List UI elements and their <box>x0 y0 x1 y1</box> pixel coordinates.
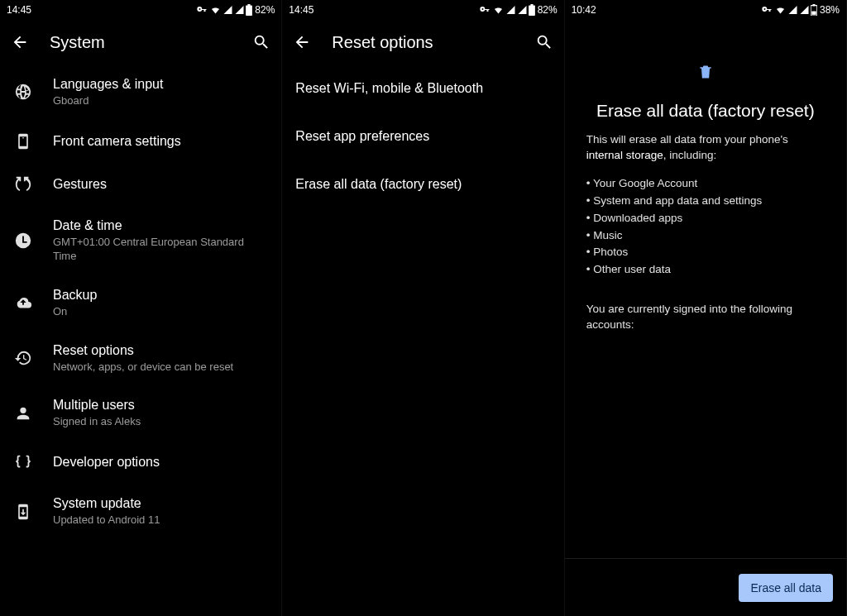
phone-camera-icon <box>13 131 33 151</box>
row-system-update[interactable]: System update Updated to Android 11 <box>0 484 281 539</box>
svg-rect-5 <box>812 4 815 6</box>
row-title: Backup <box>53 287 268 303</box>
reset-list: Reset Wi-Fi, mobile & Bluetooth Reset ap… <box>282 64 563 616</box>
bullet-item: Photos <box>586 244 825 261</box>
bullet-item: Downloaded apps <box>586 210 825 227</box>
user-icon <box>13 404 33 423</box>
signal-icon <box>223 5 233 15</box>
erase-description: This will erase all data from your phone… <box>586 132 825 164</box>
erase-all-data-button[interactable]: Erase all data <box>739 574 833 602</box>
row-developer-options[interactable]: Developer options <box>0 441 281 484</box>
row-languages-input[interactable]: Languages & input Gboard <box>0 64 281 120</box>
wifi-icon <box>209 5 222 15</box>
vpn-key-icon <box>760 5 773 15</box>
signal-icon <box>505 5 516 15</box>
action-bar: Erase all data <box>565 558 846 616</box>
back-icon[interactable] <box>292 32 312 52</box>
cloud-upload-icon <box>13 293 33 313</box>
row-title: Front camera settings <box>53 133 268 150</box>
battery-icon <box>811 4 817 16</box>
row-sub: Gboard <box>53 94 268 108</box>
row-title: System update <box>53 495 268 512</box>
row-date-time[interactable]: Date & time GMT+01:00 Central European S… <box>0 206 281 275</box>
status-time: 14:45 <box>289 4 313 16</box>
svg-rect-2 <box>529 6 535 16</box>
signal-icon-2 <box>799 5 810 15</box>
signal-icon-2 <box>234 5 245 15</box>
row-multiple-users[interactable]: Multiple users Signed in as Aleks <box>0 385 281 441</box>
signed-in-text: You are currently signed into the follow… <box>586 302 825 333</box>
row-sub: GMT+01:00 Central European Standard Time <box>53 236 268 264</box>
app-header: System <box>0 20 281 64</box>
status-right: 38% <box>760 4 840 16</box>
battery-pct: 82% <box>538 4 557 16</box>
status-time: 10:42 <box>572 4 596 16</box>
erase-content: Erase all data (factory reset) This will… <box>565 20 846 558</box>
vpn-key-icon <box>195 5 208 15</box>
row-reset-app-prefs[interactable]: Reset app preferences <box>282 112 563 160</box>
panel-system: 14:45 82% System <box>0 0 282 616</box>
wifi-icon <box>774 5 787 15</box>
battery-pct: 38% <box>820 4 840 16</box>
app-header: Reset options <box>282 20 563 64</box>
row-erase-all-data[interactable]: Erase all data (factory reset) <box>282 160 563 208</box>
row-backup[interactable]: Backup On <box>0 275 281 331</box>
status-bar: 14:45 82% <box>282 0 563 20</box>
status-right: 82% <box>195 4 275 16</box>
system-update-icon <box>13 502 33 522</box>
search-icon[interactable] <box>251 32 271 52</box>
panel-erase-all-data: 10:42 38% Erase all data (factory reset) <box>565 0 847 616</box>
svg-rect-3 <box>530 4 533 6</box>
row-front-camera[interactable]: Front camera settings <box>0 120 281 163</box>
svg-rect-6 <box>811 12 816 15</box>
bullet-item: System and app data and settings <box>586 193 825 210</box>
row-sub: Signed in as Aleks <box>53 415 268 429</box>
battery-icon <box>246 4 252 16</box>
row-title: Gestures <box>53 176 268 193</box>
gestures-icon <box>13 174 33 194</box>
status-time: 14:45 <box>7 4 31 16</box>
row-sub: Network, apps, or device can be reset <box>53 361 268 375</box>
row-reset-wifi[interactable]: Reset Wi-Fi, mobile & Bluetooth <box>282 64 563 112</box>
row-gestures[interactable]: Gestures <box>0 163 281 206</box>
svg-rect-1 <box>248 4 251 6</box>
reset-icon <box>13 348 33 368</box>
row-sub: On <box>53 305 268 319</box>
row-title: Date & time <box>53 217 268 234</box>
status-bar: 10:42 38% <box>565 0 846 20</box>
status-right: 82% <box>478 4 557 16</box>
erase-bullet-list: Your Google Account System and app data … <box>586 175 825 279</box>
bullet-item: Other user data <box>586 261 825 279</box>
page-title: Reset options <box>332 33 514 52</box>
wifi-icon <box>492 5 505 15</box>
row-title: Languages & input <box>53 76 268 93</box>
globe-icon <box>13 82 33 102</box>
panel-reset-options: 14:45 82% Reset options <box>282 0 564 616</box>
clock-icon <box>13 231 33 251</box>
search-icon[interactable] <box>534 32 554 52</box>
row-title: Reset options <box>53 342 268 359</box>
page-title: System <box>50 33 232 52</box>
row-title: Developer options <box>53 454 268 470</box>
trash-icon <box>586 20 825 101</box>
back-icon[interactable] <box>10 32 30 52</box>
bullet-item: Your Google Account <box>586 175 825 193</box>
svg-rect-0 <box>246 6 252 16</box>
signal-icon-2 <box>517 5 528 15</box>
row-sub: Updated to Android 11 <box>53 513 268 528</box>
row-title: Multiple users <box>53 397 268 413</box>
settings-list: Languages & input Gboard Front camera se… <box>0 64 281 616</box>
vpn-key-icon <box>478 5 491 15</box>
battery-pct: 82% <box>255 4 275 16</box>
row-reset-options[interactable]: Reset options Network, apps, or device c… <box>0 331 281 386</box>
status-bar: 14:45 82% <box>0 0 281 20</box>
signal-icon <box>787 5 798 15</box>
bullet-item: Music <box>586 227 825 245</box>
battery-icon <box>529 4 535 16</box>
code-braces-icon <box>13 452 33 472</box>
page-title: Erase all data (factory reset) <box>586 101 825 121</box>
